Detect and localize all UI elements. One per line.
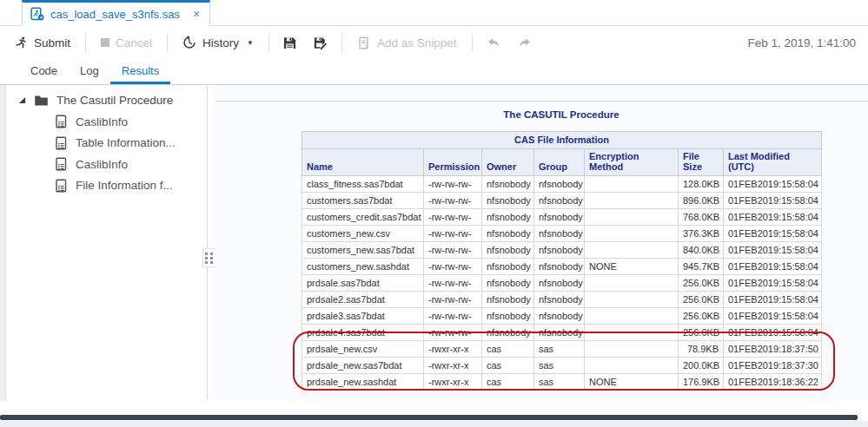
table-cell: nfsnobody [482,325,534,341]
table-cell: 01FEB2019:15:58:04 [724,176,822,193]
horizontal-scrollbar-thumb[interactable] [0,415,858,420]
table-cell: prdsale2.sas7bdat [302,292,424,308]
table-caption: CAS File Information [302,132,822,149]
column-header: Group [534,149,585,176]
table-cell: -rw-rw-rw- [424,308,482,325]
table-row: class_fitness.sas7bdat-rw-rw-rw-nfsnobod… [302,176,822,193]
table-cell [585,193,679,209]
undo-arrow-icon [486,36,501,49]
table-cell: -rw-rw-rw- [424,292,482,308]
table-row: customers_new.sashdat-rw-rw-rw-nfsnobody… [302,259,822,275]
tree-item-label: CaslibInfo [76,158,128,171]
tree-item-label: File Information f... [76,179,173,192]
cancel-button[interactable]: Cancel [91,30,162,55]
results-table-body: class_fitness.sas7bdat-rw-rw-rw-nfsnobod… [302,176,822,391]
caret-expanded-icon[interactable] [18,96,26,104]
table-cell: class_fitness.sas7bdat [302,176,424,193]
splitter-grip-icon[interactable] [202,248,215,267]
runner-icon [15,36,28,49]
history-label: History [202,36,239,49]
table-row: prdsale_new.sas7bdat-rwxr-xr-xcassas200.… [302,358,822,374]
table-cell [585,341,679,358]
history-button[interactable]: History ▼ [173,30,263,55]
submit-button[interactable]: Submit [5,30,80,55]
table-row: customers_credit.sas7bdat-rw-rw-rw-nfsno… [302,209,822,226]
table-cell: 01FEB2019:18:37:30 [724,358,822,374]
bottom-area [0,401,868,427]
table-cell: 176.9KB [679,374,724,391]
table-cell: customers_new.csv [302,226,424,242]
table-cell: -rwxr-xr-x [424,341,482,358]
content-area: The Casutil Procedure CaslibInfo [0,84,868,401]
cancel-label: Cancel [116,36,152,49]
table-cell: NONE [585,374,679,391]
table-cell: 256.0KB [679,308,724,325]
table-cell [585,209,679,226]
view-tabs: Code Log Results [0,59,868,84]
table-cell: prdsale_new.sashdat [302,374,424,391]
table-cell: -rwxr-xr-x [424,358,482,374]
toolbar-separator [472,33,473,52]
table-cell: customers_new.sas7bdat [302,242,424,259]
procedure-title: The CASUTIL Procedure [301,109,821,120]
table-cell: 200.0KB [679,358,724,374]
table-cell: 128.0KB [679,176,724,193]
table-cell [585,242,679,259]
table-row: prdsale2.sas7bdat-rw-rw-rw-nfsnobodynfsn… [302,292,822,308]
add-as-snippet-button[interactable]: Add as Snippet [348,30,467,55]
table-cell: cas [482,341,534,358]
table-cell: nfsnobody [534,226,585,242]
redo-button[interactable] [509,30,540,55]
floppy-edit-icon [313,36,328,50]
column-header: File Size [679,149,724,176]
results-document: The CASUTIL Procedure CAS File Informati… [215,102,868,401]
tree-node-casutil-procedure[interactable]: The Casutil Procedure [7,89,206,111]
sas-program-icon [30,7,44,21]
tree-result-item[interactable]: CaslibInfo [7,154,206,175]
table-cell: nfsnobody [482,275,534,292]
table-row: customers.sas7bdat-rw-rw-rw-nfsnobodynfs… [302,193,822,209]
table-cell: cas [482,374,534,391]
table-cell: -rw-rw-rw- [424,176,482,193]
table-cell: nfsnobody [482,193,534,209]
table-cell [585,226,679,242]
left-scrollbar-strip[interactable] [0,85,6,401]
panel-splitter[interactable] [206,85,215,401]
table-cell [585,275,679,292]
tab-close-icon[interactable]: × [193,8,200,20]
undo-button[interactable] [478,30,509,55]
column-header: Owner [482,149,534,176]
column-header: Last Modified (UTC) [724,149,822,176]
table-cell: 01FEB2019:15:58:04 [724,325,822,341]
table-cell: 256.0KB [679,325,724,341]
table-cell: 01FEB2019:15:58:04 [724,292,822,308]
table-cell [585,325,679,341]
table-cell: sas [534,374,585,391]
save-button[interactable] [275,30,305,55]
table-cell: 01FEB2019:15:58:04 [724,226,822,242]
tab-log[interactable]: Log [69,60,110,84]
table-row: customers_new.csv-rw-rw-rw-nfsnobodynfsn… [302,226,822,242]
table-cell: cas [482,358,534,374]
add-as-snippet-label: Add as Snippet [377,36,457,49]
table-cell: 896.0KB [679,193,724,209]
table-cell: 01FEB2019:15:58:04 [724,275,822,292]
tree-item-label: CaslibInfo [76,115,128,128]
tree-result-item[interactable]: File Information f... [7,175,206,197]
tab-code[interactable]: Code [19,60,69,84]
editor-tab-cas-load-save[interactable]: cas_load_save_s3nfs.sas × [22,0,210,26]
save-as-button[interactable] [305,30,336,55]
table-cell: -rw-rw-rw- [424,209,482,226]
tab-results[interactable]: Results [110,60,170,84]
results-tree-panel: The Casutil Procedure CaslibInfo [7,85,206,401]
stop-square-icon [101,38,109,47]
table-row: prdsale3.sas7bdat-rw-rw-rw-nfsnobodynfsn… [302,308,822,325]
table-cell: nfsnobody [534,242,585,259]
tree-children: CaslibInfo Table Information... CaslibIn [7,111,206,196]
table-cell: 768.0KB [679,209,724,226]
table-cell [585,292,679,308]
tree-result-item[interactable]: Table Information... [7,133,206,154]
tree-result-item[interactable]: CaslibInfo [7,111,206,133]
table-document-icon [55,157,68,171]
table-cell: 01FEB2019:18:37:50 [724,341,822,358]
